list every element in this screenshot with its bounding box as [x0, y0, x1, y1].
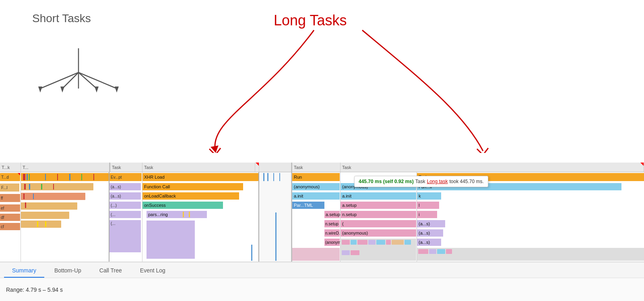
range-label: Range: 4.79 s – 5.94 s: [6, 287, 63, 293]
tab-summary[interactable]: Summary: [4, 264, 44, 278]
tab-call-tree[interactable]: Call Tree: [91, 264, 130, 278]
tooltip-link[interactable]: Long task: [427, 179, 448, 184]
header-task1: Task: [110, 163, 142, 172]
svg-marker-4: [211, 145, 220, 153]
svg-marker-1: [60, 87, 64, 93]
anon-bar1[interactable]: (anonymous): [292, 183, 340, 190]
range-bar: Range: 4.79 s – 5.94 s: [0, 278, 644, 301]
i-bar[interactable]: i: [417, 211, 437, 218]
paren-bar3[interactable]: (...: [109, 220, 141, 252]
header-task4: Task: [341, 163, 644, 172]
timeline-container: T...k T... Task Task Task Task T...d F..…: [0, 163, 644, 262]
anon-right2[interactable]: (anonymous): [341, 229, 416, 237]
ainit-right[interactable]: a.init: [341, 192, 416, 200]
header-task3: Task: [292, 163, 341, 172]
xhr-section: XHR Load Function Call onLoadCallback on…: [142, 172, 259, 262]
bottom-tabs: Summary Bottom-Up Call Tree Event Log: [0, 262, 644, 278]
parsring-bar[interactable]: pars...ring: [147, 211, 207, 218]
left-mini-section: T...d F...l ff ef df cf: [0, 172, 21, 262]
nsetup-bar1[interactable]: n.setup: [324, 220, 340, 227]
l-bar[interactable]: l: [417, 202, 439, 209]
long-tasks-label: Long Tasks: [274, 12, 347, 29]
cell-td[interactable]: T...d: [0, 173, 20, 181]
paren-bar2[interactable]: (...: [109, 211, 141, 218]
nwired-bar1[interactable]: n.wireD...Buttons: [324, 229, 340, 237]
task-evpt-section: Ev...pt (a...s) (a...s) (...) (... (...: [109, 172, 142, 262]
tooltip-time: 445.70 ms (self 0.92 ms): [359, 179, 414, 184]
function-call-bar[interactable]: Function Call: [142, 183, 243, 190]
partml-bar[interactable]: Par...TML: [292, 202, 324, 209]
paren-right[interactable]: (: [341, 220, 416, 227]
run-bar[interactable]: Run: [292, 173, 340, 181]
cell-cf[interactable]: cf: [0, 223, 20, 230]
nsetup-right[interactable]: n.setup: [341, 211, 416, 218]
header-indicator1: [255, 163, 259, 172]
tab-bottom-up[interactable]: Bottom-Up: [46, 264, 89, 278]
cell-ef[interactable]: ef: [0, 204, 20, 212]
short-tasks-label: Short Tasks: [32, 12, 91, 25]
header-gap1: [259, 163, 291, 172]
evpt-bar[interactable]: Ev...pt: [109, 173, 142, 181]
header-t: T...: [21, 163, 109, 172]
tooltip-suffix: took 445.70 ms.: [450, 179, 484, 184]
tooltip: 445.70 ms (self 0.92 ms) Task Long task …: [354, 176, 488, 187]
bottom-pink: [292, 248, 340, 261]
onload-bar[interactable]: onLoadCallback: [142, 192, 239, 200]
cell-df[interactable]: df: [0, 214, 20, 221]
tab-event-log[interactable]: Event Log: [132, 264, 173, 278]
svg-marker-3: [115, 87, 119, 93]
as-last3[interactable]: (a...s): [417, 239, 441, 246]
k-bar[interactable]: k: [417, 192, 441, 200]
as-bar2[interactable]: (a...s): [109, 192, 141, 200]
annotation-area: Short Tasks Long Tasks: [0, 0, 644, 153]
row1-yellow: [21, 173, 109, 181]
asetup-bar1[interactable]: a.setup: [324, 211, 340, 218]
bottom-last: [417, 248, 644, 261]
as-bar1[interactable]: (a...s): [109, 183, 141, 190]
gap-section: [259, 172, 291, 262]
asetup-right[interactable]: a.setup: [341, 202, 416, 209]
onsuccess-bar[interactable]: onSuccess: [142, 202, 223, 209]
flame-chart-body: T...d F...l ff ef df cf: [0, 172, 644, 262]
run-section: Run (anonymous) a.init Par...TML a.setup…: [292, 172, 341, 262]
as-last1[interactable]: (a...s): [417, 220, 445, 227]
paren-bar[interactable]: (...): [109, 202, 141, 209]
svg-marker-0: [38, 87, 42, 93]
cell-ff[interactable]: ff: [0, 194, 20, 202]
xhr-load-bar[interactable]: XHR Load: [142, 173, 258, 181]
timeline-header: T...k T... Task Task Task Task: [0, 163, 644, 172]
as-last2[interactable]: (a...s): [417, 229, 443, 237]
svg-marker-2: [95, 87, 99, 93]
tooltip-prefix: Task: [415, 179, 425, 184]
continuation-bar[interactable]: [147, 221, 195, 259]
header-tk: T...k: [0, 163, 21, 172]
header-task2: Task: [142, 163, 255, 172]
anon-bar3[interactable]: (anonymous): [324, 239, 340, 246]
bottom-mixed: [341, 239, 416, 261]
cell-fl[interactable]: F...l: [0, 183, 19, 192]
ainit-bar1[interactable]: a.init: [292, 192, 340, 200]
middle-mini-section: [21, 172, 109, 262]
